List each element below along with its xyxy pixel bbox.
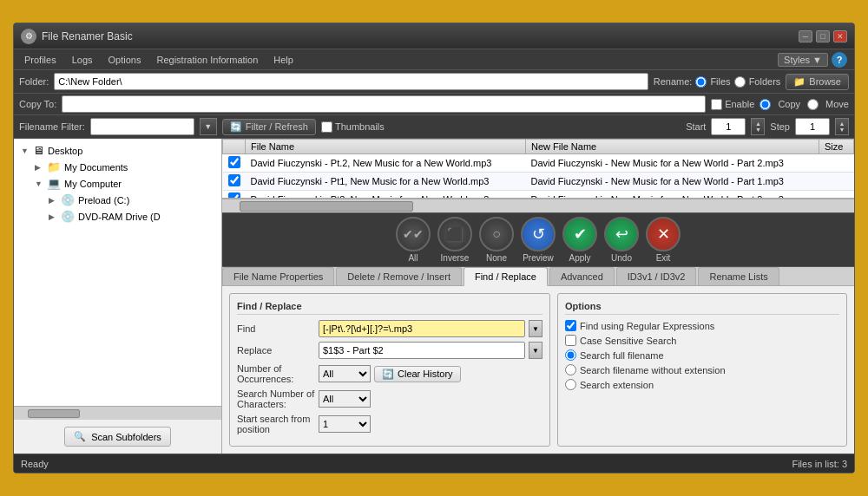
- sidebar-hscroll[interactable]: [14, 406, 221, 420]
- file-table-body: David Fiuczynski - Pt.2, New Music for a…: [223, 154, 854, 199]
- case-checkbox[interactable]: [565, 335, 576, 346]
- row-new-filename: David Fiuczynski - New Music for a New W…: [526, 154, 819, 173]
- chars-label: Search Number of Characters:: [237, 388, 315, 409]
- all-label: All: [408, 253, 418, 263]
- apply-button[interactable]: ✔ Apply: [562, 217, 597, 263]
- regex-checkbox[interactable]: [565, 320, 576, 331]
- start-spin[interactable]: ▲ ▼: [751, 118, 765, 135]
- col-filename[interactable]: File Name: [246, 140, 526, 154]
- row-new-filename: David Fiuczynski - New Music for a New W…: [526, 173, 819, 191]
- menu-profiles[interactable]: Profiles: [17, 53, 63, 67]
- close-button[interactable]: ✕: [833, 30, 847, 42]
- all-button[interactable]: ✔✔ All: [396, 217, 431, 263]
- exit-button[interactable]: ✕ Exit: [646, 217, 681, 263]
- occurrences-select[interactable]: All: [319, 365, 371, 382]
- styles-button[interactable]: Styles ▼: [778, 53, 828, 67]
- row-checkbox[interactable]: [228, 156, 240, 168]
- files-count: Files in list: 3: [792, 459, 847, 469]
- sidebar-item-mycomputer[interactable]: ▼ 💻 My Computer: [17, 175, 218, 192]
- replace-dropdown-btn[interactable]: ▼: [529, 342, 542, 359]
- docs-icon: 📁: [47, 160, 61, 173]
- row-checkbox-cell: [223, 154, 246, 173]
- full-filename-radio[interactable]: [565, 349, 576, 361]
- regex-label: Find using Regular Expressions: [580, 321, 714, 331]
- window-title: File Renamer Basic: [42, 30, 133, 42]
- rename-label: Rename:: [654, 76, 693, 87]
- tab-filename-properties[interactable]: File Name Properties: [222, 267, 334, 285]
- thumbnails-checkbox[interactable]: [321, 121, 332, 133]
- title-bar: ⚙ File Renamer Basic ─ □ ✕: [14, 23, 854, 49]
- rename-files-radio[interactable]: [695, 76, 707, 88]
- inverse-button[interactable]: ⬛ Inverse: [437, 217, 472, 263]
- position-select[interactable]: 1: [319, 415, 371, 433]
- tab-rename-lists[interactable]: Rename Lists: [698, 267, 779, 285]
- title-bar-left: ⚙ File Renamer Basic: [21, 29, 133, 44]
- chars-select[interactable]: All: [319, 390, 371, 408]
- find-row: Find ▼: [237, 320, 542, 337]
- col-newfilename[interactable]: New File Name: [526, 140, 819, 154]
- browse-button[interactable]: 📁 📁 Browse Browse: [786, 74, 849, 90]
- menu-help[interactable]: Help: [266, 53, 300, 67]
- sidebar-item-preload[interactable]: ▶ 💿 Preload (C:): [17, 192, 218, 208]
- menubar: Profiles Logs Options Registration Infor…: [14, 49, 854, 70]
- filter-dropdown[interactable]: ▼: [200, 118, 217, 135]
- tab-advanced[interactable]: Advanced: [549, 267, 615, 285]
- filter-input[interactable]: [90, 118, 194, 135]
- step-spin[interactable]: ▲ ▼: [835, 118, 849, 135]
- exit-icon: ✕: [646, 217, 681, 251]
- scan-subfolders-button[interactable]: 🔍 Scan Subfolders: [64, 427, 171, 447]
- menu-logs[interactable]: Logs: [65, 53, 100, 67]
- minimize-button[interactable]: ─: [799, 30, 812, 42]
- options-panel: Options Find using Regular Expressions C…: [557, 293, 847, 447]
- menu-registration[interactable]: Registration Information: [149, 53, 265, 67]
- file-list-hscroll[interactable]: [222, 199, 854, 212]
- filter-refresh-button[interactable]: 🔄 Filter / Refresh: [222, 119, 316, 135]
- copy-move-group: Copy Move: [760, 99, 849, 110]
- start-input[interactable]: [711, 118, 746, 135]
- move-radio[interactable]: [807, 99, 819, 110]
- copy-radio[interactable]: [760, 99, 771, 110]
- undo-button[interactable]: ↩ Undo: [604, 217, 639, 263]
- sidebar-item-dvdram[interactable]: ▶ 💿 DVD-RAM Drive (D: [17, 208, 218, 225]
- copyto-row: Copy To: Enable Copy Move: [14, 94, 854, 115]
- move-label: Move: [825, 99, 849, 109]
- row-size: [819, 154, 854, 173]
- menu-options[interactable]: Options: [102, 53, 148, 67]
- rename-folders-radio[interactable]: [734, 76, 746, 88]
- filter-row: Filename Filter: ▼ 🔄 Filter / Refresh Th…: [14, 115, 854, 139]
- help-button[interactable]: ?: [832, 52, 847, 68]
- files-label: Files: [710, 76, 730, 87]
- chars-row: Search Number of Characters: All: [237, 388, 542, 409]
- col-size[interactable]: Size: [819, 140, 854, 154]
- row-checkbox[interactable]: [228, 174, 240, 186]
- find-input[interactable]: [319, 320, 525, 337]
- sidebar-item-desktop[interactable]: ▼ 🖥 Desktop: [17, 142, 218, 159]
- undo-icon: ↩: [604, 217, 639, 251]
- find-dropdown-btn[interactable]: ▼: [529, 320, 542, 337]
- no-ext-radio[interactable]: [565, 364, 576, 375]
- preview-button[interactable]: ↺ Preview: [521, 217, 556, 263]
- replace-input[interactable]: [319, 342, 525, 359]
- desktop-icon: 🖥: [33, 144, 44, 157]
- none-button[interactable]: ○ None: [479, 217, 514, 263]
- tab-delete-remove[interactable]: Delete / Remove / Insert: [336, 267, 462, 285]
- all-icon: ✔✔: [396, 217, 431, 251]
- clear-history-button[interactable]: 🔄 Clear History: [374, 366, 461, 382]
- enable-checkbox[interactable]: [711, 99, 722, 110]
- maximize-button[interactable]: □: [816, 30, 830, 42]
- full-filename-label: Search full filename: [580, 350, 664, 361]
- rename-group: Rename: Files Folders: [654, 76, 781, 88]
- row-size: [819, 191, 854, 199]
- copyto-input[interactable]: [62, 95, 706, 113]
- disk-icon: 💿: [61, 193, 75, 206]
- tab-find-replace[interactable]: Find / Replace: [464, 267, 548, 286]
- main-window: ⚙ File Renamer Basic ─ □ ✕ Profiles Logs…: [13, 23, 855, 473]
- scan-icon: 🔍: [74, 431, 86, 442]
- folder-input[interactable]: [54, 73, 648, 90]
- tab-id3[interactable]: ID3v1 / ID3v2: [616, 267, 697, 285]
- row-checkbox[interactable]: [228, 193, 240, 199]
- sidebar-item-mydocs[interactable]: ▶ 📁 My Documents: [17, 159, 218, 175]
- options-title: Options: [565, 301, 839, 315]
- step-input[interactable]: [795, 118, 830, 135]
- ext-radio[interactable]: [565, 379, 576, 390]
